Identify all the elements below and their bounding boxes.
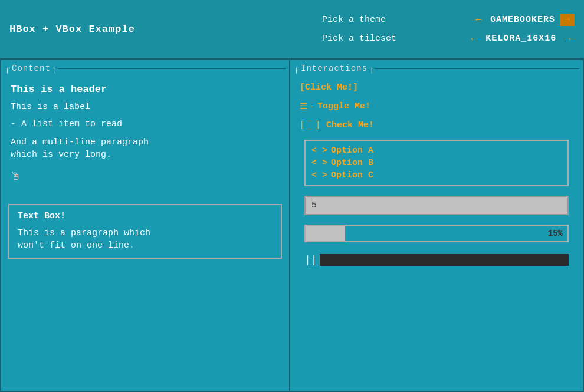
text-box-body: This is a paragraph which won't fit on o… [18, 227, 273, 252]
option-b-label: Option B [331, 158, 373, 168]
text-box: Text Box! This is a paragraph which won'… [8, 204, 282, 259]
theme-next-button[interactable]: → [560, 14, 575, 26]
left-panel-hline [58, 68, 286, 69]
text-box-title: Text Box! [18, 211, 273, 221]
checkbox-row: [ ] Check Me! [300, 120, 573, 130]
content-header: This is a header [11, 84, 280, 95]
option-item-a[interactable]: < > Option A [311, 144, 562, 157]
paragraph-line1: And a multi-line paragraph [11, 137, 149, 147]
content-paragraph: And a multi-line paragraph which is very… [11, 136, 280, 161]
corner-tr-icon: ┐ [53, 64, 58, 74]
number-input[interactable] [304, 196, 569, 215]
tileset-value: KELORA_16X16 [485, 34, 556, 44]
progress-bar: 15% [304, 225, 569, 242]
right-panel-title: Interactions [301, 64, 368, 73]
corner-tl-icon: ┌ [5, 64, 10, 74]
main-area: ┌ Content ┐ This is a header This is a l… [0, 59, 584, 392]
scrollbar-row: || [304, 252, 569, 268]
content-list-item: - A list item to read [11, 119, 280, 129]
left-panel-titlebar: ┌ Content ┐ [1, 60, 289, 77]
progress-fill [306, 226, 345, 241]
left-panel-content: This is a header This is a label - A lis… [1, 77, 289, 199]
tileset-next-button[interactable]: → [561, 33, 575, 45]
interactions-content: [Click Me!] ☰— Toggle Me! [ ] Check Me! … [290, 77, 583, 274]
left-panel: ┌ Content ┐ This is a header This is a l… [1, 60, 290, 391]
content-label: This is a label [11, 102, 280, 112]
right-panel-hline [375, 68, 579, 69]
right-panel: ┌ Interactions ┐ [Click Me!] ☰— Toggle M… [290, 60, 583, 391]
theme-picker-row: Pick a theme ← GAMEBOOKERS → [313, 10, 584, 29]
toggle-label[interactable]: Toggle Me! [317, 101, 370, 111]
cursor-icon: 🖱 [11, 170, 280, 183]
textbox-line1: This is a paragraph which [18, 228, 150, 238]
theme-prev-button[interactable]: ← [472, 14, 485, 25]
right-corner-tl-icon: ┌ [294, 64, 299, 74]
number-input-row [304, 196, 569, 215]
paragraph-line2: which is very long. [11, 150, 111, 160]
scrollbar-handle-icon: || [304, 254, 317, 266]
theme-value: GAMEBOOKERS [490, 15, 555, 25]
click-me-button[interactable]: [Click Me!] [300, 83, 358, 93]
checkbox-open: [ [300, 120, 305, 130]
textbox-line2: won't fit on one line. [18, 241, 134, 251]
app-title: HBox + VBox Example [0, 0, 145, 58]
checkbox-close: ] [315, 120, 320, 130]
option-c-label: Option C [331, 170, 373, 180]
theme-label: Pick a theme [322, 15, 467, 25]
tileset-label: Pick a tileset [322, 34, 462, 44]
checkbox-space [307, 120, 313, 130]
pickers: Pick a theme ← GAMEBOOKERS → Pick a tile… [313, 0, 584, 58]
option-item-b[interactable]: < > Option B [311, 157, 562, 169]
option-a-arrows: < > [311, 146, 327, 156]
top-bar: HBox + VBox Example Pick a theme ← GAMEB… [0, 0, 584, 59]
option-a-label: Option A [331, 146, 373, 156]
options-box: < > Option A < > Option B < > Option C [304, 140, 569, 186]
checkbox-label[interactable]: Check Me! [326, 120, 374, 130]
right-panel-titlebar: ┌ Interactions ┐ [290, 60, 583, 77]
right-corner-tr-icon: ┐ [369, 64, 375, 74]
option-b-arrows: < > [311, 158, 327, 168]
option-item-c[interactable]: < > Option C [311, 169, 562, 182]
tileset-prev-button[interactable]: ← [467, 33, 481, 45]
app-title-text: HBox + VBox Example [9, 24, 135, 35]
toggle-row: ☰— Toggle Me! [300, 101, 573, 112]
scrollbar-track[interactable] [320, 254, 569, 266]
left-panel-title: Content [12, 64, 51, 73]
tileset-picker-row: Pick a tileset ← KELORA_16X16 → [313, 29, 584, 48]
toggle-icon: ☰— [300, 101, 313, 112]
progress-label: 15% [548, 229, 563, 238]
option-c-arrows: < > [311, 170, 327, 180]
